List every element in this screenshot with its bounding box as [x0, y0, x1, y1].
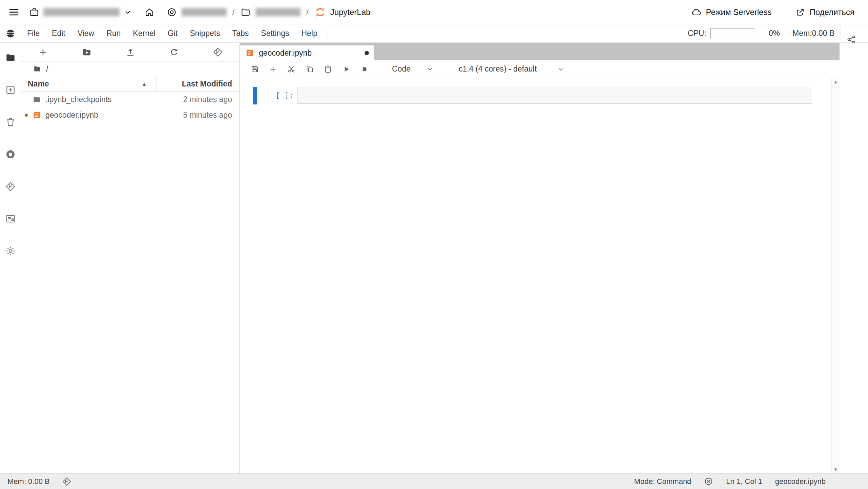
- top-bar: █████████████████ ██████████ / █████████…: [0, 0, 868, 24]
- kernel-name-value: c1.4 (4 cores) - default: [459, 64, 537, 74]
- cpu-label: CPU:: [688, 29, 706, 38]
- settings-panel-icon[interactable]: [5, 246, 16, 256]
- resource-indicators: CPU: 0% Mem:0.00 B: [688, 24, 841, 43]
- menu-file[interactable]: File: [21, 24, 46, 43]
- file-modified: 5 minutes ago: [183, 111, 240, 120]
- sort-ascending-icon: ▲: [142, 81, 147, 87]
- breadcrumb-project[interactable]: ██████████: [241, 7, 300, 17]
- menu-view[interactable]: View: [71, 24, 100, 43]
- save-button[interactable]: [250, 65, 259, 74]
- file-modified: 2 minutes ago: [183, 95, 240, 104]
- notebook-mode-indicator[interactable]: Mode: Command: [634, 477, 691, 486]
- cell-list: [ ]:: [240, 78, 831, 473]
- share-label: Поделиться: [809, 7, 854, 17]
- git-clone-icon[interactable]: [213, 47, 223, 57]
- menu-run[interactable]: Run: [100, 24, 127, 43]
- file-name: geocoder.ipynb: [45, 111, 98, 120]
- menu-bar: File Edit View Run Kernel Git Snippets T…: [0, 24, 868, 43]
- cell-code-input[interactable]: [297, 87, 812, 104]
- cursor-position-indicator[interactable]: Ln 1, Col 1: [726, 477, 762, 486]
- breadcrumb-root-label[interactable]: /: [46, 64, 48, 74]
- file-list-header: Name ▲ Last Modified: [21, 76, 240, 92]
- chevron-down-icon: [123, 8, 132, 17]
- breadcrumb-current: JupyterLab: [315, 7, 371, 18]
- git-status-icon[interactable]: [62, 477, 71, 486]
- catalog-icon: [29, 7, 39, 17]
- menu-kernel[interactable]: Kernel: [127, 24, 161, 43]
- org-name-redacted: ██████████: [182, 8, 226, 16]
- refresh-icon[interactable]: [169, 47, 179, 57]
- menu-settings[interactable]: Settings: [255, 24, 295, 43]
- scroll-up-icon[interactable]: ▲: [833, 80, 838, 84]
- workspace-selector[interactable]: █████████████████: [29, 7, 132, 17]
- upload-icon[interactable]: [125, 47, 136, 57]
- stop-kernel-button[interactable]: [360, 65, 369, 74]
- folder-icon: [241, 7, 251, 17]
- workspace-body: / Name ▲ Last Modified .ipynb_checkpoint…: [0, 43, 868, 473]
- cpu-percent: 0%: [769, 29, 780, 38]
- menu-divider: [328, 27, 328, 40]
- file-browser-tab-icon[interactable]: [5, 52, 16, 63]
- git-modified-dot: [25, 114, 28, 117]
- menu-help[interactable]: Help: [295, 24, 323, 43]
- column-header-name[interactable]: Name ▲: [21, 76, 157, 91]
- file-row-geocoder[interactable]: geocoder.ipynb 5 minutes ago: [21, 107, 240, 123]
- cpu-usage-bar: [710, 28, 755, 39]
- main-dock-panel: geocoder.ipynb: [240, 43, 840, 473]
- hamburger-menu-icon[interactable]: [8, 6, 20, 18]
- indicator-divider: [786, 28, 786, 39]
- vertical-scrollbar[interactable]: ▲ ▼: [831, 78, 840, 473]
- root-folder-icon[interactable]: [33, 65, 41, 73]
- notebook-file-icon: [245, 48, 254, 57]
- new-launcher-icon[interactable]: [5, 84, 16, 95]
- column-header-modified[interactable]: Last Modified: [157, 79, 240, 89]
- serverless-label: Режим Serverless: [706, 7, 771, 17]
- insert-cell-button[interactable]: [269, 65, 277, 74]
- project-name-redacted: ██████████: [255, 8, 300, 16]
- code-cell[interactable]: [ ]:: [240, 87, 831, 104]
- unsaved-changes-dot[interactable]: [365, 51, 369, 55]
- file-row-checkpoints[interactable]: .ipynb_checkpoints 2 minutes ago: [21, 92, 240, 107]
- share-button[interactable]: Поделиться: [795, 7, 854, 17]
- cut-cells-button[interactable]: [287, 65, 296, 74]
- cell-type-dropdown[interactable]: Code: [392, 64, 434, 74]
- new-folder-icon[interactable]: [82, 47, 92, 57]
- cell-type-value: Code: [392, 64, 411, 74]
- file-breadcrumb: /: [21, 62, 240, 76]
- chevron-down-icon: [426, 65, 434, 73]
- kernel-dropdown[interactable]: c1.4 (4 cores) - default: [459, 64, 564, 74]
- cell-collapser[interactable]: [253, 87, 257, 104]
- paste-cells-button[interactable]: [324, 65, 332, 74]
- serverless-mode-button[interactable]: Режим Serverless: [691, 7, 771, 17]
- memory-usage: Mem: 0.00 B: [7, 477, 50, 486]
- new-file-plus-icon[interactable]: [38, 47, 48, 57]
- running-kernels-icon[interactable]: [5, 149, 16, 160]
- breadcrumb-separator: /: [232, 7, 235, 17]
- breadcrumb-org[interactable]: ██████████: [167, 7, 226, 17]
- workspace-name-redacted: █████████████████: [43, 8, 119, 16]
- home-button[interactable]: [144, 7, 154, 17]
- file-browser-panel: / Name ▲ Last Modified .ipynb_checkpoint…: [21, 43, 240, 473]
- kernel-status-icon[interactable]: [704, 477, 713, 486]
- tab-bar: geocoder.ipynb: [240, 43, 840, 60]
- active-file-name: geocoder.ipynb: [775, 477, 826, 486]
- jupyter-logo-icon: [315, 7, 326, 18]
- snippets-panel-icon[interactable]: [5, 213, 16, 224]
- git-panel-icon[interactable]: [5, 181, 16, 192]
- menu-git[interactable]: Git: [162, 24, 184, 43]
- trash-icon[interactable]: [5, 117, 16, 128]
- datasphere-logo-icon: [0, 28, 21, 39]
- copy-cells-button[interactable]: [305, 65, 314, 74]
- memory-indicator: Mem:0.00 B: [792, 29, 834, 38]
- menu-edit[interactable]: Edit: [46, 24, 71, 43]
- menu-snippets[interactable]: Snippets: [184, 24, 226, 43]
- menubar-end-divider: [841, 24, 841, 43]
- run-cell-button[interactable]: [342, 65, 351, 74]
- right-rail: [840, 43, 868, 473]
- scroll-down-icon[interactable]: ▼: [833, 467, 838, 472]
- share-arrow-icon: [795, 7, 805, 17]
- cloud-icon: [691, 7, 702, 17]
- tab-geocoder-ipynb[interactable]: geocoder.ipynb: [240, 45, 374, 60]
- menu-tabs[interactable]: Tabs: [226, 24, 255, 43]
- status-bar: Mem: 0.00 B Mode: Command Ln 1, Col 1 ge…: [0, 473, 868, 489]
